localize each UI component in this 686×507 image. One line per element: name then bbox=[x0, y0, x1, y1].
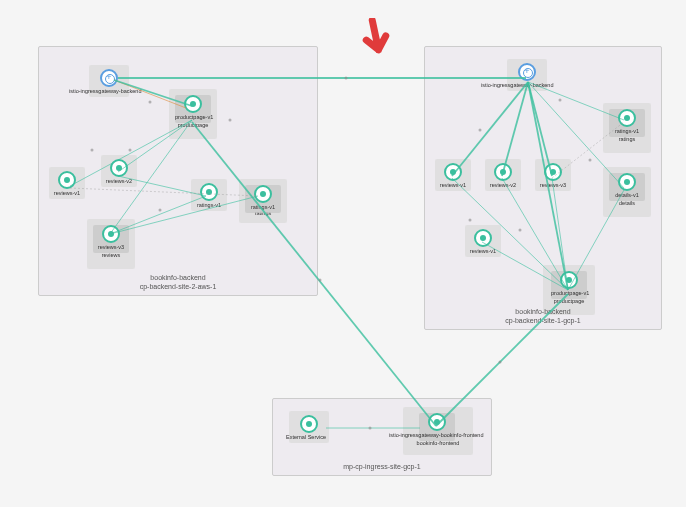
service-icon bbox=[110, 159, 128, 177]
node-left-reviews-v2[interactable]: reviews-v2 bbox=[101, 155, 137, 187]
service-icon bbox=[254, 185, 272, 203]
service-icon bbox=[544, 163, 562, 181]
node-right-details-box[interactable]: details-v1 details bbox=[603, 167, 651, 217]
node-left-reviews-box[interactable]: reviews-v3 reviews bbox=[87, 219, 135, 269]
cluster-left-label: bookinfo-backend cp-backend-site-2-aws-1 bbox=[39, 274, 317, 291]
cluster-bottom: External Service istio-ingressgateway-bo… bbox=[272, 398, 492, 476]
service-icon bbox=[618, 173, 636, 191]
annotation-arrow bbox=[356, 18, 396, 66]
service-icon bbox=[618, 109, 636, 127]
node-right-reviews-v2[interactable]: reviews-v2 bbox=[485, 159, 521, 191]
service-icon bbox=[494, 163, 512, 181]
service-icon bbox=[184, 95, 202, 113]
node-right-reviews-v3[interactable]: reviews-v3 bbox=[535, 159, 571, 191]
node-bottom-external[interactable]: External Service bbox=[289, 411, 329, 443]
node-left-reviews-v1[interactable]: reviews-v1 bbox=[49, 167, 85, 199]
node-left-productpage-box[interactable]: productpage-v1 productpage bbox=[169, 89, 217, 139]
node-right-ratings-v1[interactable]: ratings-v1 bbox=[609, 109, 645, 137]
service-icon bbox=[474, 229, 492, 247]
node-left-productpage-v1[interactable]: productpage-v1 bbox=[175, 95, 211, 123]
service-icon bbox=[200, 183, 218, 201]
ingress-icon bbox=[100, 69, 118, 87]
node-right-reviews-lower[interactable]: reviews-v1 bbox=[465, 225, 501, 257]
node-right-productpage-v1[interactable]: productpage-v1 bbox=[551, 271, 587, 299]
node-left-ratings-v1[interactable]: ratings-v1 bbox=[191, 179, 227, 211]
node-left-ingress[interactable]: istio-ingressgateway-backend bbox=[89, 65, 129, 97]
service-icon bbox=[428, 413, 446, 431]
service-icon bbox=[560, 271, 578, 289]
node-bottom-ingress[interactable]: istio-ingressgateway-bookinfo-frontend bbox=[419, 413, 455, 441]
node-right-details-v1[interactable]: details-v1 bbox=[609, 173, 645, 201]
svg-point-38 bbox=[499, 361, 502, 364]
diagram-canvas: istio-ingressgateway-backend productpage… bbox=[0, 0, 686, 507]
node-bottom-frontend-box[interactable]: istio-ingressgateway-bookinfo-frontend b… bbox=[403, 407, 473, 455]
svg-point-37 bbox=[319, 279, 322, 282]
service-icon bbox=[300, 415, 318, 433]
service-icon bbox=[58, 171, 76, 189]
node-left-reviews-v3[interactable]: reviews-v3 bbox=[93, 225, 129, 253]
cluster-bottom-label: mp-cp-ingress-site-gcp-1 bbox=[273, 463, 491, 471]
node-right-ingress[interactable]: istio-ingressgateway-backend bbox=[507, 59, 547, 91]
service-icon bbox=[102, 225, 120, 243]
cluster-right-label: bookinfo-backend cp-backend-site-1-gcp-1 bbox=[425, 308, 661, 325]
node-left-ratings-inner[interactable]: ratings-v1 bbox=[245, 185, 281, 213]
svg-point-32 bbox=[345, 77, 348, 80]
cluster-left: istio-ingressgateway-backend productpage… bbox=[38, 46, 318, 296]
node-right-reviews-v1[interactable]: reviews-v1 bbox=[435, 159, 471, 191]
cluster-right: istio-ingressgateway-backend ratings-v1 … bbox=[424, 46, 662, 330]
service-icon bbox=[444, 163, 462, 181]
ingress-icon bbox=[518, 63, 536, 81]
node-right-ratings-box[interactable]: ratings-v1 ratings bbox=[603, 103, 651, 153]
node-left-ratings[interactable]: ratings-v1 ratings bbox=[239, 179, 287, 223]
